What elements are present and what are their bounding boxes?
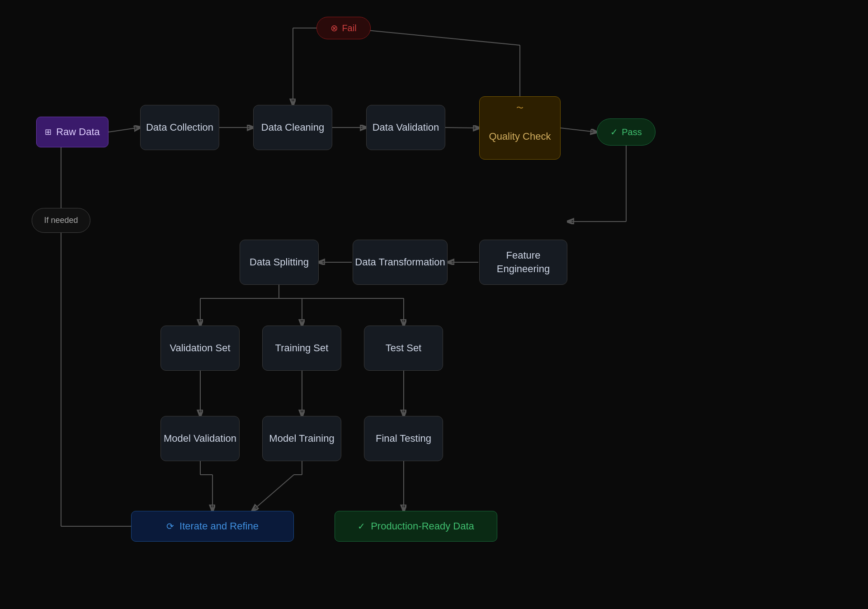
pass-node[interactable]: ✓ Pass bbox=[597, 118, 656, 146]
layers-icon: ⊞ bbox=[45, 127, 52, 137]
data-splitting-label: Data Splitting bbox=[250, 255, 309, 269]
data-transformation-node[interactable]: Data Transformation bbox=[353, 240, 448, 285]
model-training-label: Model Training bbox=[269, 432, 334, 445]
fail-icon: ⊗ bbox=[330, 22, 338, 34]
svg-line-6 bbox=[344, 28, 520, 45]
raw-data-label: Raw Data bbox=[56, 125, 100, 139]
svg-line-3 bbox=[445, 127, 478, 128]
svg-line-0 bbox=[108, 127, 139, 132]
iterate-icon: ⟳ bbox=[166, 520, 174, 533]
production-ready-label: Production-Ready Data bbox=[371, 519, 474, 533]
training-set-label: Training Set bbox=[275, 341, 329, 355]
svg-line-4 bbox=[561, 128, 596, 132]
data-validation-label: Data Validation bbox=[373, 121, 439, 134]
svg-line-28 bbox=[253, 475, 294, 510]
fail-label: Fail bbox=[342, 22, 356, 34]
data-collection-node[interactable]: Data Collection bbox=[140, 105, 219, 150]
model-validation-label: Model Validation bbox=[164, 432, 236, 445]
production-ready-node[interactable]: ✓ Production-Ready Data bbox=[335, 511, 497, 542]
if-needed-node: If needed bbox=[32, 208, 90, 233]
data-collection-label: Data Collection bbox=[146, 121, 213, 134]
data-cleaning-label: Data Cleaning bbox=[261, 121, 324, 134]
final-testing-node[interactable]: Final Testing bbox=[364, 416, 443, 461]
data-validation-node[interactable]: Data Validation bbox=[366, 105, 445, 150]
model-training-node[interactable]: Model Training bbox=[262, 416, 341, 461]
feature-engineering-label: Feature Engineering bbox=[480, 249, 567, 275]
pass-icon: ✓ bbox=[610, 126, 618, 138]
quality-check-node[interactable]: 〜 Quality Check bbox=[479, 96, 561, 160]
data-transformation-label: Data Transformation bbox=[355, 255, 445, 269]
production-icon: ✓ bbox=[358, 520, 365, 533]
test-set-label: Test Set bbox=[386, 341, 421, 355]
raw-data-node[interactable]: ⊞ Raw Data bbox=[36, 117, 108, 147]
ml-pipeline-diagram: { "nodes": { "raw_data": { "label": "Raw… bbox=[0, 0, 868, 609]
if-needed-label: If needed bbox=[44, 215, 78, 226]
fail-node[interactable]: ⊗ Fail bbox=[316, 17, 371, 39]
feature-engineering-node[interactable]: Feature Engineering bbox=[479, 240, 567, 285]
validation-set-node[interactable]: Validation Set bbox=[160, 326, 240, 371]
iterate-refine-node[interactable]: ⟳ Iterate and Refine bbox=[131, 511, 294, 542]
quality-check-label: Quality Check bbox=[489, 130, 551, 143]
pass-label: Pass bbox=[622, 126, 642, 138]
final-testing-label: Final Testing bbox=[376, 432, 431, 445]
validation-set-label: Validation Set bbox=[170, 341, 230, 355]
test-set-node[interactable]: Test Set bbox=[364, 326, 443, 371]
training-set-node[interactable]: Training Set bbox=[262, 326, 341, 371]
data-splitting-node[interactable]: Data Splitting bbox=[240, 240, 319, 285]
data-cleaning-node[interactable]: Data Cleaning bbox=[253, 105, 332, 150]
model-validation-node[interactable]: Model Validation bbox=[160, 416, 240, 461]
iterate-refine-label: Iterate and Refine bbox=[179, 519, 259, 533]
